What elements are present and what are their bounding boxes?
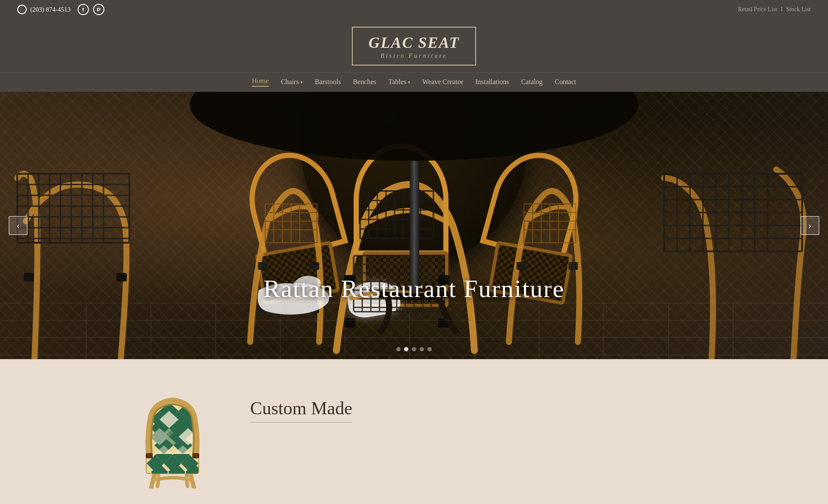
nav-item-chairs[interactable]: Chairs ▾: [281, 78, 303, 86]
nav-item-home[interactable]: Home: [252, 77, 269, 87]
svg-rect-108: [192, 453, 199, 458]
nav-item-barstools[interactable]: Barstools: [315, 78, 341, 86]
slider-dot-5[interactable]: [427, 347, 432, 351]
facebook-icon[interactable]: f: [78, 4, 89, 15]
svg-rect-83: [24, 273, 34, 282]
pinterest-icon[interactable]: P: [93, 4, 104, 15]
slider-next-button[interactable]: ›: [800, 216, 819, 235]
nav-item-catalog[interactable]: Catalog: [521, 78, 543, 86]
slider-dot-2[interactable]: [404, 347, 408, 351]
slider-dot-1[interactable]: [396, 347, 401, 351]
nav-item-contact[interactable]: Contact: [555, 78, 576, 86]
hero-svg: [0, 92, 828, 359]
svg-rect-8: [258, 262, 267, 270]
phone-number: (203) 874-4513: [30, 6, 71, 13]
header: GLAC SEAT Bistro Furniture: [0, 19, 828, 72]
svg-rect-42: [344, 318, 355, 328]
below-fold-content: Custom Made: [250, 385, 352, 429]
main-nav: Home Chairs ▾ Barstools Benches Tables ▾…: [0, 72, 828, 92]
below-fold-section: Custom Made: [0, 359, 828, 504]
phone-info: 📞 (203) 874-4513: [17, 5, 71, 14]
social-icons: f P: [78, 4, 104, 15]
slider-dots: [396, 347, 432, 351]
hero-chairs-scene: [0, 92, 828, 359]
svg-rect-52: [517, 262, 526, 270]
chairs-dropdown-arrow: ▾: [301, 80, 303, 85]
phone-icon: 📞: [17, 5, 27, 14]
top-bar: 📞 (203) 874-4513 f P Retail Price List I…: [0, 0, 828, 19]
logo-title: GLAC SEAT: [368, 33, 459, 52]
nav-item-weave-creator[interactable]: Weave Creator: [422, 78, 463, 86]
slider-dot-3[interactable]: [412, 347, 416, 351]
svg-point-85: [190, 92, 638, 161]
tables-dropdown-arrow: ▾: [408, 80, 410, 85]
slider-prev-button[interactable]: ‹: [9, 216, 28, 235]
nav-items: Home Chairs ▾ Barstools Benches Tables ▾…: [252, 77, 576, 87]
chair-preview-image: [129, 385, 216, 488]
svg-rect-84: [116, 273, 127, 282]
nav-item-installations[interactable]: Installations: [475, 78, 509, 86]
hero-text: Rattan Restaurant Furniture: [263, 274, 565, 303]
top-bar-left: 📞 (203) 874-4513 f P: [17, 4, 104, 15]
retail-price-list-link[interactable]: Retail Price List: [738, 6, 777, 13]
chair-preview-svg: [129, 385, 216, 488]
logo-subtitle: Bistro Furniture: [368, 53, 459, 59]
svg-rect-107: [146, 453, 153, 458]
separator: I: [781, 6, 783, 13]
svg-rect-9: [310, 262, 319, 270]
below-fold-title: Custom Made: [250, 398, 352, 423]
nav-item-tables[interactable]: Tables ▾: [389, 78, 411, 86]
hero-title: Rattan Restaurant Furniture: [263, 274, 565, 303]
logo-box: GLAC SEAT Bistro Furniture: [352, 27, 476, 66]
svg-rect-53: [568, 262, 578, 270]
nav-item-benches[interactable]: Benches: [353, 78, 376, 86]
hero-slider: Rattan Restaurant Furniture ‹ ›: [0, 92, 828, 359]
stock-list-link[interactable]: Stock List: [786, 6, 811, 13]
top-bar-right: Retail Price List I Stock List: [738, 6, 811, 13]
slider-dot-4[interactable]: [420, 347, 424, 351]
